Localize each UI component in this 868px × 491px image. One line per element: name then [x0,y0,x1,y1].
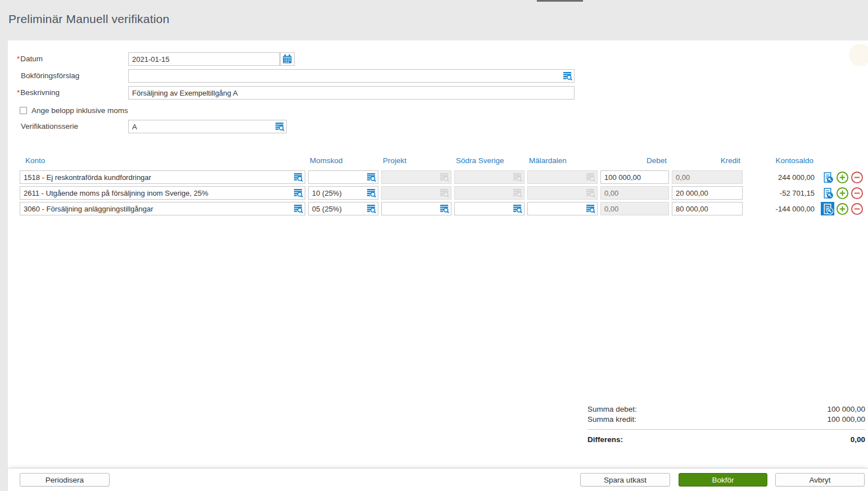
lookup-icon[interactable] [367,188,376,198]
moms-checkbox[interactable] [20,107,27,114]
column-header-sodra-sverige: Södra Sverige [454,156,525,165]
lookup-icon[interactable] [293,188,303,198]
plus-circle-icon [836,187,849,200]
kredit-input[interactable] [672,202,743,215]
lookup-icon[interactable] [586,204,595,214]
spara-utkast-button[interactable]: Spara utkast [580,473,670,487]
lookup-icon[interactable] [367,173,376,182]
beskrivning-label: *Beskrivning [17,86,60,100]
bokforingsforslag-label: Bokföringsförslag [21,69,79,83]
differens-value: 0,00 [851,435,865,445]
lookup-icon[interactable] [275,122,284,132]
help-bubble [849,44,868,66]
required-asterisk: * [17,55,20,63]
minus-circle-icon [851,171,864,184]
minus-circle-icon [851,187,864,200]
lookup-icon-disabled [586,188,595,198]
row-actions [819,202,867,215]
footer-bar: Periodisera Spara utkast Bokför Avbryt [8,468,868,491]
verification-rows: 244 000,00 [20,170,867,218]
konto-input[interactable] [20,202,305,215]
doc-arrow-icon [822,203,834,215]
add-row-button[interactable] [835,186,849,200]
required-asterisk: * [17,88,20,97]
column-header-malardalen: Mälardalen [527,156,598,165]
lookup-icon-disabled [440,188,449,198]
table-header: Konto Momskod Projekt Södra Sverige Mäla… [20,155,867,166]
column-header-kredit: Kredit [672,156,743,165]
avbryt-button[interactable]: Avbryt [775,473,865,487]
differens-row: Differens: 0,00 [587,435,865,445]
plus-circle-icon [836,171,849,184]
account-analysis-button[interactable] [821,186,834,200]
summary-divider [587,429,865,430]
lookup-icon-disabled [586,173,595,182]
datum-input[interactable] [128,52,280,66]
bokforingsforslag-field-wrap [128,69,575,83]
bokforingsforslag-input[interactable] [128,69,575,83]
summa-debet-row: Summa debet: 100 000,00 [587,404,865,415]
lookup-icon[interactable] [440,204,449,214]
column-header-momskod: Momskod [308,156,378,165]
column-header-debet: Debet [600,156,669,165]
moms-checkbox-row: Ange belopp inklusive moms [20,106,128,115]
lookup-icon[interactable] [513,204,522,214]
datum-field-wrap [128,52,295,66]
datum-label: *Datum [17,52,43,66]
kontosaldo-value: -52 701,15 [745,189,816,197]
summa-debet-label: Summa debet: [587,404,637,415]
differens-label: Differens: [587,435,623,445]
verification-panel: *Datum Bokföringsförslag *Beskrivning [8,40,868,468]
calendar-button[interactable] [280,52,295,66]
summa-kredit-value: 100 000,00 [827,415,865,425]
kontosaldo-value: 244 000,00 [745,173,816,182]
add-row-button[interactable] [835,202,849,215]
lookup-icon-disabled [513,173,522,182]
kredit-input [672,170,743,184]
debet-input[interactable] [600,170,669,184]
top-window-artifact [537,0,583,2]
doc-arrow-icon [822,187,834,199]
lookup-icon[interactable] [367,204,376,214]
table-row: 244 000,00 [20,170,867,184]
add-row-button[interactable] [835,170,849,184]
account-analysis-button-focused[interactable] [821,202,834,215]
lookup-icon-disabled [513,188,522,198]
remove-row-button[interactable] [850,186,864,200]
minus-circle-icon [851,202,864,215]
column-header-kontosaldo: Kontosaldo [745,156,816,165]
lookup-icon-disabled [440,173,449,182]
plus-circle-icon [836,202,849,215]
column-header-projekt: Projekt [381,156,451,165]
kontosaldo-value: -144 000,00 [745,205,816,213]
remove-row-button[interactable] [850,202,864,215]
konto-input[interactable] [20,186,305,200]
account-analysis-button[interactable] [821,170,834,184]
remove-row-button[interactable] [850,170,864,184]
summa-kredit-label: Summa kredit: [587,415,636,425]
lookup-icon[interactable] [293,173,303,182]
kredit-input[interactable] [672,186,743,200]
column-header-konto: Konto [20,156,305,165]
lookup-icon[interactable] [293,204,303,214]
verifikationsserie-input[interactable] [128,120,287,133]
bokfor-button[interactable]: Bokför [679,473,767,487]
row-actions [819,186,867,200]
beskrivning-input[interactable] [128,86,575,100]
verifikationsserie-field-wrap [128,120,287,133]
table-row: -52 701,15 [20,186,867,200]
summary-panel: Summa debet: 100 000,00 Summa kredit: 10… [587,404,865,445]
row-actions [819,170,867,184]
moms-checkbox-label: Ange belopp inklusive moms [31,106,128,115]
debet-input [600,186,669,200]
table-row: -144 000,00 [20,202,867,215]
debet-input [600,202,669,215]
doc-arrow-icon [822,172,834,183]
page-title: Preliminär Manuell verifikation [8,12,169,26]
konto-input[interactable] [20,170,305,184]
lookup-icon[interactable] [563,71,572,81]
beskrivning-field-wrap [128,86,575,100]
summa-debet-value: 100 000,00 [827,404,865,415]
periodisera-button[interactable]: Periodisera [20,473,110,487]
verifikationsserie-label: Verifikationsserie [21,120,78,133]
